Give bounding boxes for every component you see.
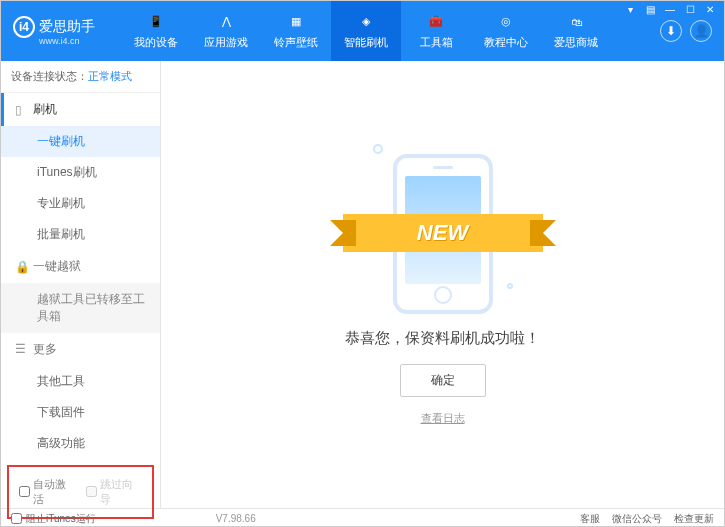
- settings-icon[interactable]: ▾: [623, 4, 637, 15]
- section-jailbreak[interactable]: 🔒 一键越狱: [1, 250, 160, 283]
- nav-store[interactable]: 🛍 爱思商城: [541, 1, 611, 61]
- nav-tutorials[interactable]: ◎ 教程中心: [471, 1, 541, 61]
- minimize-icon[interactable]: —: [663, 4, 677, 15]
- checkbox-auto-activate[interactable]: 自动激活: [19, 477, 76, 507]
- app-url: www.i4.cn: [39, 36, 121, 46]
- lock-icon: 🔒: [15, 260, 27, 274]
- top-nav: 📱 我的设备 ⋀ 应用游戏 ▦ 铃声壁纸 ◈ 智能刷机 🧰 工具箱 ◎ 教程中心…: [121, 1, 660, 61]
- main-content: NEW 恭喜您，保资料刷机成功啦！ 确定 查看日志: [161, 61, 724, 508]
- footer-update[interactable]: 检查更新: [674, 512, 714, 526]
- download-button[interactable]: ⬇: [660, 20, 682, 42]
- sidebar-item-advanced[interactable]: 高级功能: [1, 428, 160, 459]
- device-icon: 📱: [147, 13, 165, 31]
- top-header: i4 爱思助手 www.i4.cn 📱 我的设备 ⋀ 应用游戏 ▦ 铃声壁纸 ◈…: [1, 1, 724, 61]
- footer-support[interactable]: 客服: [580, 512, 600, 526]
- store-icon: 🛍: [567, 13, 585, 31]
- section-more[interactable]: ☰ 更多: [1, 333, 160, 366]
- skin-icon[interactable]: ▤: [643, 4, 657, 15]
- sidebar-item-pro-flash[interactable]: 专业刷机: [1, 188, 160, 219]
- maximize-icon[interactable]: ☐: [683, 4, 697, 15]
- sidebar-item-batch-flash[interactable]: 批量刷机: [1, 219, 160, 250]
- footer-wechat[interactable]: 微信公众号: [612, 512, 662, 526]
- flash-icon: ◈: [357, 13, 375, 31]
- phone-icon: ▯: [15, 103, 27, 117]
- nav-my-device[interactable]: 📱 我的设备: [121, 1, 191, 61]
- logo-icon: i4: [13, 16, 35, 38]
- nav-apps[interactable]: ⋀ 应用游戏: [191, 1, 261, 61]
- toolbox-icon: 🧰: [427, 13, 445, 31]
- tutorial-icon: ◎: [497, 13, 515, 31]
- checkbox-block-itunes[interactable]: [11, 513, 22, 524]
- app-name: 爱思助手: [39, 18, 95, 36]
- nav-ringtones[interactable]: ▦ 铃声壁纸: [261, 1, 331, 61]
- view-log-link[interactable]: 查看日志: [421, 411, 465, 426]
- sidebar-item-itunes-flash[interactable]: iTunes刷机: [1, 157, 160, 188]
- sidebar: 设备连接状态：正常模式 ▯ 刷机 一键刷机 iTunes刷机 专业刷机 批量刷机…: [1, 61, 161, 508]
- close-icon[interactable]: ✕: [703, 4, 717, 15]
- sidebar-item-oneclick-flash[interactable]: 一键刷机: [1, 126, 160, 157]
- checkbox-skip-guide[interactable]: 跳过向导: [86, 477, 143, 507]
- nav-toolbox[interactable]: 🧰 工具箱: [401, 1, 471, 61]
- sidebar-item-other-tools[interactable]: 其他工具: [1, 366, 160, 397]
- connection-status: 设备连接状态：正常模式: [1, 61, 160, 93]
- block-itunes-label: 阻止iTunes运行: [26, 512, 96, 526]
- section-flash[interactable]: ▯ 刷机: [1, 93, 160, 126]
- highlighted-options: 自动激活 跳过向导: [7, 465, 154, 519]
- more-icon: ☰: [15, 342, 27, 356]
- version-label: V7.98.66: [216, 513, 256, 524]
- logo: i4 爱思助手 www.i4.cn: [1, 16, 121, 46]
- success-illustration: NEW: [333, 144, 553, 314]
- success-message: 恭喜您，保资料刷机成功啦！: [345, 329, 540, 348]
- apps-icon: ⋀: [217, 13, 235, 31]
- new-ribbon: NEW: [343, 214, 543, 252]
- sidebar-item-download-firmware[interactable]: 下载固件: [1, 397, 160, 428]
- user-button[interactable]: 👤: [690, 20, 712, 42]
- ok-button[interactable]: 确定: [400, 364, 486, 397]
- jailbreak-note: 越狱工具已转移至工具箱: [1, 283, 160, 333]
- ringtone-icon: ▦: [287, 13, 305, 31]
- nav-smart-flash[interactable]: ◈ 智能刷机: [331, 1, 401, 61]
